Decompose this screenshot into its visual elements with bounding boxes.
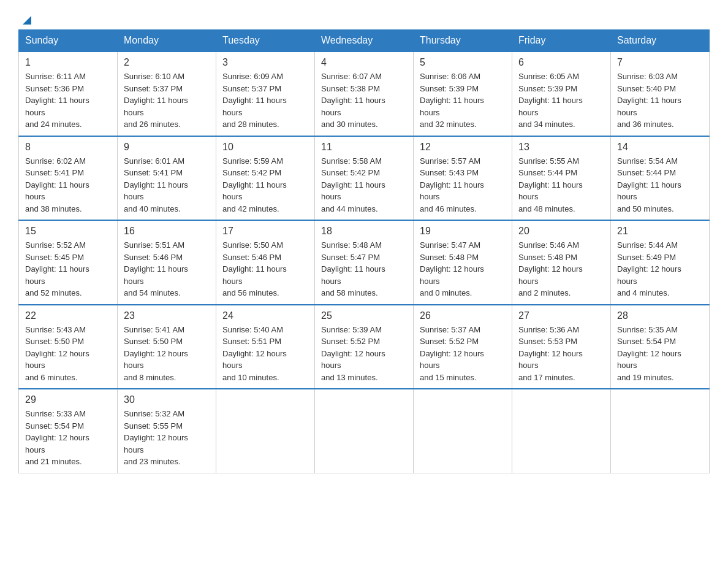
page-header: [18, 12, 710, 23]
calendar-day-cell: [611, 389, 710, 473]
day-detail: Sunset: 5:37 PM: [124, 83, 210, 95]
day-detail: Sunrise: 6:09 AM: [222, 71, 308, 83]
day-number: 5: [420, 57, 506, 68]
day-detail: Sunset: 5:42 PM: [321, 167, 407, 179]
day-info: Sunrise: 5:57 AMSunset: 5:43 PMDaylight:…: [420, 155, 506, 215]
day-number: 29: [25, 394, 111, 405]
day-detail: Daylight: 12 hours hours: [321, 348, 407, 372]
day-number: 8: [25, 142, 111, 153]
day-detail: and 40 minutes.: [124, 203, 210, 215]
day-detail: Daylight: 12 hours hours: [222, 348, 308, 372]
calendar-day-cell: 4Sunrise: 6:07 AMSunset: 5:38 PMDaylight…: [315, 52, 414, 136]
calendar-day-cell: 19Sunrise: 5:47 AMSunset: 5:48 PMDayligh…: [414, 220, 512, 305]
calendar-day-cell: 13Sunrise: 5:55 AMSunset: 5:44 PMDayligh…: [512, 136, 611, 221]
day-info: Sunrise: 5:35 AMSunset: 5:54 PMDaylight:…: [617, 324, 703, 384]
day-detail: and 21 minutes.: [25, 456, 111, 468]
calendar-day-cell: 2Sunrise: 6:10 AMSunset: 5:37 PMDaylight…: [118, 52, 216, 136]
day-detail: Sunrise: 5:51 AM: [124, 239, 210, 251]
day-info: Sunrise: 5:39 AMSunset: 5:52 PMDaylight:…: [321, 324, 407, 384]
day-detail: Sunset: 5:46 PM: [124, 251, 210, 264]
calendar-week-row: 29Sunrise: 5:33 AMSunset: 5:54 PMDayligh…: [19, 389, 710, 473]
day-detail: and 44 minutes.: [321, 203, 407, 215]
day-info: Sunrise: 6:09 AMSunset: 5:37 PMDaylight:…: [222, 71, 308, 131]
day-detail: Sunset: 5:42 PM: [222, 167, 308, 179]
day-detail: Sunrise: 6:05 AM: [518, 71, 604, 83]
day-detail: and 46 minutes.: [420, 203, 506, 215]
day-detail: and 50 minutes.: [617, 203, 703, 215]
day-detail: Daylight: 11 hours hours: [321, 263, 407, 287]
day-detail: and 4 minutes.: [617, 287, 703, 299]
calendar-day-cell: 15Sunrise: 5:52 AMSunset: 5:45 PMDayligh…: [19, 220, 118, 305]
day-detail: Sunrise: 5:44 AM: [617, 239, 703, 251]
day-detail: Sunrise: 5:48 AM: [321, 239, 407, 251]
day-detail: Sunset: 5:38 PM: [321, 83, 407, 95]
col-header-tuesday: Tuesday: [216, 30, 315, 52]
day-detail: Daylight: 12 hours hours: [518, 348, 604, 372]
day-info: Sunrise: 5:41 AMSunset: 5:50 PMDaylight:…: [124, 324, 210, 384]
day-detail: Sunset: 5:50 PM: [25, 335, 111, 348]
calendar-day-cell: 30Sunrise: 5:32 AMSunset: 5:55 PMDayligh…: [118, 389, 216, 473]
day-detail: Sunrise: 6:02 AM: [25, 155, 111, 167]
day-number: 24: [222, 310, 308, 321]
calendar-table: SundayMondayTuesdayWednesdayThursdayFrid…: [18, 29, 710, 473]
day-detail: Sunset: 5:45 PM: [25, 251, 111, 264]
calendar-day-cell: 26Sunrise: 5:37 AMSunset: 5:52 PMDayligh…: [414, 305, 512, 389]
day-detail: Daylight: 12 hours hours: [518, 263, 604, 287]
col-header-sunday: Sunday: [19, 30, 118, 52]
day-detail: Sunrise: 5:33 AM: [25, 408, 111, 420]
day-detail: Sunrise: 5:37 AM: [420, 324, 506, 336]
day-detail: Daylight: 11 hours hours: [617, 94, 703, 118]
day-info: Sunrise: 5:55 AMSunset: 5:44 PMDaylight:…: [518, 155, 604, 215]
calendar-day-cell: [315, 389, 414, 473]
day-info: Sunrise: 5:46 AMSunset: 5:48 PMDaylight:…: [518, 239, 604, 299]
day-detail: Sunset: 5:41 PM: [124, 167, 210, 179]
calendar-day-cell: 29Sunrise: 5:33 AMSunset: 5:54 PMDayligh…: [19, 389, 118, 473]
day-number: 26: [420, 310, 506, 321]
day-detail: Sunset: 5:36 PM: [25, 83, 111, 95]
day-detail: Daylight: 11 hours hours: [321, 179, 407, 203]
calendar-day-cell: 3Sunrise: 6:09 AMSunset: 5:37 PMDaylight…: [216, 52, 315, 136]
day-detail: Sunset: 5:53 PM: [518, 335, 604, 348]
calendar-day-cell: 23Sunrise: 5:41 AMSunset: 5:50 PMDayligh…: [118, 305, 216, 389]
day-detail: Sunset: 5:37 PM: [222, 83, 308, 95]
day-info: Sunrise: 5:58 AMSunset: 5:42 PMDaylight:…: [321, 155, 407, 215]
day-detail: Sunset: 5:49 PM: [617, 251, 703, 264]
day-number: 20: [518, 226, 604, 237]
day-number: 18: [321, 226, 407, 237]
day-info: Sunrise: 5:43 AMSunset: 5:50 PMDaylight:…: [25, 324, 111, 384]
calendar-day-cell: 21Sunrise: 5:44 AMSunset: 5:49 PMDayligh…: [611, 220, 710, 305]
day-info: Sunrise: 5:47 AMSunset: 5:48 PMDaylight:…: [420, 239, 506, 299]
day-detail: Sunset: 5:46 PM: [222, 251, 308, 264]
day-number: 4: [321, 57, 407, 68]
day-number: 23: [124, 310, 210, 321]
day-detail: and 30 minutes.: [321, 118, 407, 131]
calendar-day-cell: 25Sunrise: 5:39 AMSunset: 5:52 PMDayligh…: [315, 305, 414, 389]
day-detail: Sunrise: 5:39 AM: [321, 324, 407, 336]
day-detail: Sunrise: 5:35 AM: [617, 324, 703, 336]
day-detail: and 26 minutes.: [124, 118, 210, 131]
day-detail: Daylight: 11 hours hours: [617, 179, 703, 203]
calendar-day-cell: [512, 389, 611, 473]
day-number: 6: [518, 57, 604, 68]
day-detail: Sunset: 5:47 PM: [321, 251, 407, 264]
calendar-day-cell: 24Sunrise: 5:40 AMSunset: 5:51 PMDayligh…: [216, 305, 315, 389]
day-detail: and 8 minutes.: [124, 372, 210, 384]
day-number: 22: [25, 310, 111, 321]
day-detail: and 32 minutes.: [420, 118, 506, 131]
day-detail: and 23 minutes.: [124, 456, 210, 468]
day-detail: Sunset: 5:41 PM: [25, 167, 111, 179]
day-number: 14: [617, 142, 703, 153]
day-detail: Sunrise: 5:58 AM: [321, 155, 407, 167]
day-info: Sunrise: 5:51 AMSunset: 5:46 PMDaylight:…: [124, 239, 210, 299]
calendar-day-cell: 1Sunrise: 6:11 AMSunset: 5:36 PMDaylight…: [19, 52, 118, 136]
day-detail: and 56 minutes.: [222, 287, 308, 299]
day-detail: Sunset: 5:44 PM: [518, 167, 604, 179]
day-detail: Daylight: 12 hours hours: [420, 263, 506, 287]
day-number: 3: [222, 57, 308, 68]
day-info: Sunrise: 6:02 AMSunset: 5:41 PMDaylight:…: [25, 155, 111, 215]
day-detail: Sunrise: 5:52 AM: [25, 239, 111, 251]
day-detail: Daylight: 11 hours hours: [25, 94, 111, 118]
day-detail: and 54 minutes.: [124, 287, 210, 299]
calendar-day-cell: [414, 389, 512, 473]
day-number: 19: [420, 226, 506, 237]
